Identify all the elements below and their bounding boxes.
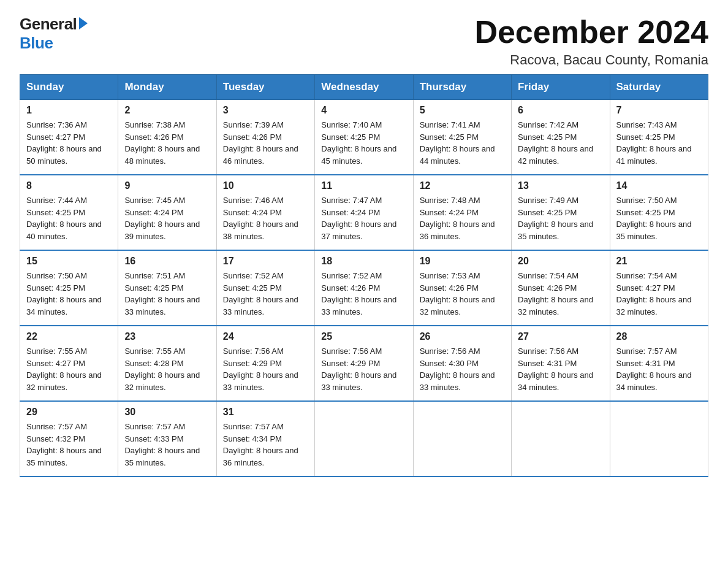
calendar-cell: 21 Sunrise: 7:54 AM Sunset: 4:27 PM Dayl… (610, 250, 708, 326)
day-info: Sunrise: 7:53 AM Sunset: 4:26 PM Dayligh… (420, 270, 505, 318)
calendar-cell: 22 Sunrise: 7:55 AM Sunset: 4:27 PM Dayl… (20, 326, 118, 401)
sunset-label: Sunset: 4:30 PM (420, 359, 479, 368)
location-title: Racova, Bacau County, Romania (474, 52, 708, 68)
calendar-cell: 31 Sunrise: 7:57 AM Sunset: 4:34 PM Dayl… (216, 401, 314, 477)
calendar-cell: 3 Sunrise: 7:39 AM Sunset: 4:26 PM Dayli… (216, 100, 314, 175)
sunrise-label: Sunrise: 7:45 AM (124, 196, 185, 205)
day-info: Sunrise: 7:48 AM Sunset: 4:24 PM Dayligh… (420, 194, 505, 242)
calendar-cell: 17 Sunrise: 7:52 AM Sunset: 4:25 PM Dayl… (216, 250, 314, 326)
day-info: Sunrise: 7:57 AM Sunset: 4:33 PM Dayligh… (124, 421, 210, 469)
sunrise-label: Sunrise: 7:53 AM (420, 271, 480, 280)
column-header-saturday: Saturday (610, 75, 708, 100)
sunset-label: Sunset: 4:25 PM (518, 132, 577, 142)
day-number: 25 (321, 331, 406, 342)
day-number: 24 (223, 331, 308, 342)
day-number: 15 (26, 256, 112, 267)
calendar-cell: 6 Sunrise: 7:42 AM Sunset: 4:25 PM Dayli… (512, 100, 610, 175)
daylight-label: Daylight: 8 hours and 36 minutes. (223, 446, 298, 467)
daylight-label: Daylight: 8 hours and 34 minutes. (518, 370, 593, 392)
column-header-thursday: Thursday (413, 75, 511, 100)
daylight-label: Daylight: 8 hours and 35 minutes. (26, 446, 102, 467)
daylight-label: Daylight: 8 hours and 33 minutes. (124, 295, 200, 316)
day-number: 14 (616, 180, 702, 191)
sunset-label: Sunset: 4:25 PM (26, 283, 85, 293)
calendar-header-row: SundayMondayTuesdayWednesdayThursdayFrid… (20, 75, 708, 100)
sunset-label: Sunset: 4:24 PM (321, 208, 380, 217)
day-number: 6 (518, 105, 603, 116)
calendar-cell: 9 Sunrise: 7:45 AM Sunset: 4:24 PM Dayli… (118, 175, 216, 250)
day-info: Sunrise: 7:54 AM Sunset: 4:27 PM Dayligh… (616, 270, 702, 318)
sunset-label: Sunset: 4:25 PM (518, 208, 577, 217)
sunrise-label: Sunrise: 7:57 AM (26, 422, 87, 431)
day-number: 29 (26, 407, 112, 418)
day-number: 4 (321, 105, 406, 116)
sunset-label: Sunset: 4:27 PM (616, 283, 675, 293)
sunrise-label: Sunrise: 7:46 AM (223, 196, 284, 205)
calendar-cell: 25 Sunrise: 7:56 AM Sunset: 4:29 PM Dayl… (315, 326, 413, 401)
sunset-label: Sunset: 4:26 PM (420, 283, 479, 293)
day-info: Sunrise: 7:55 AM Sunset: 4:27 PM Dayligh… (26, 345, 112, 393)
calendar-cell: 23 Sunrise: 7:55 AM Sunset: 4:28 PM Dayl… (118, 326, 216, 401)
sunrise-label: Sunrise: 7:41 AM (420, 120, 480, 129)
sunrise-label: Sunrise: 7:50 AM (26, 271, 87, 280)
day-number: 11 (321, 180, 406, 191)
day-number: 9 (124, 180, 210, 191)
day-info: Sunrise: 7:39 AM Sunset: 4:26 PM Dayligh… (223, 119, 308, 167)
calendar-cell: 30 Sunrise: 7:57 AM Sunset: 4:33 PM Dayl… (118, 401, 216, 477)
day-number: 31 (223, 407, 308, 418)
sunset-label: Sunset: 4:26 PM (321, 283, 380, 293)
day-info: Sunrise: 7:44 AM Sunset: 4:25 PM Dayligh… (26, 194, 112, 242)
daylight-label: Daylight: 8 hours and 35 minutes. (518, 220, 593, 241)
calendar-cell (610, 401, 708, 477)
calendar-week-row: 22 Sunrise: 7:55 AM Sunset: 4:27 PM Dayl… (20, 326, 708, 401)
day-number: 1 (26, 105, 112, 116)
sunset-label: Sunset: 4:25 PM (321, 132, 380, 142)
sunrise-label: Sunrise: 7:56 AM (223, 347, 284, 356)
calendar-cell: 12 Sunrise: 7:48 AM Sunset: 4:24 PM Dayl… (413, 175, 511, 250)
daylight-label: Daylight: 8 hours and 33 minutes. (223, 370, 298, 392)
daylight-label: Daylight: 8 hours and 35 minutes. (616, 220, 692, 241)
sunset-label: Sunset: 4:31 PM (518, 359, 577, 368)
day-info: Sunrise: 7:45 AM Sunset: 4:24 PM Dayligh… (124, 194, 210, 242)
sunrise-label: Sunrise: 7:57 AM (616, 347, 677, 356)
sunrise-label: Sunrise: 7:49 AM (518, 196, 578, 205)
day-info: Sunrise: 7:57 AM Sunset: 4:31 PM Dayligh… (616, 345, 702, 393)
day-info: Sunrise: 7:54 AM Sunset: 4:26 PM Dayligh… (518, 270, 603, 318)
daylight-label: Daylight: 8 hours and 33 minutes. (420, 370, 495, 392)
daylight-label: Daylight: 8 hours and 44 minutes. (420, 144, 495, 166)
day-number: 5 (420, 105, 505, 116)
daylight-label: Daylight: 8 hours and 35 minutes. (124, 446, 200, 467)
calendar-week-row: 29 Sunrise: 7:57 AM Sunset: 4:32 PM Dayl… (20, 401, 708, 477)
daylight-label: Daylight: 8 hours and 37 minutes. (321, 220, 396, 241)
day-info: Sunrise: 7:57 AM Sunset: 4:32 PM Dayligh… (26, 421, 112, 469)
sunrise-label: Sunrise: 7:43 AM (616, 120, 677, 129)
logo-blue-text: Blue (20, 34, 53, 52)
calendar-cell: 20 Sunrise: 7:54 AM Sunset: 4:26 PM Dayl… (512, 250, 610, 326)
day-info: Sunrise: 7:47 AM Sunset: 4:24 PM Dayligh… (321, 194, 406, 242)
sunset-label: Sunset: 4:25 PM (124, 283, 183, 293)
calendar-cell: 19 Sunrise: 7:53 AM Sunset: 4:26 PM Dayl… (413, 250, 511, 326)
sunrise-label: Sunrise: 7:52 AM (321, 271, 382, 280)
day-number: 23 (124, 331, 210, 342)
calendar-week-row: 8 Sunrise: 7:44 AM Sunset: 4:25 PM Dayli… (20, 175, 708, 250)
sunrise-label: Sunrise: 7:48 AM (420, 196, 480, 205)
calendar-cell: 5 Sunrise: 7:41 AM Sunset: 4:25 PM Dayli… (413, 100, 511, 175)
calendar-cell (512, 401, 610, 477)
day-number: 2 (124, 105, 210, 116)
daylight-label: Daylight: 8 hours and 42 minutes. (518, 144, 593, 166)
daylight-label: Daylight: 8 hours and 32 minutes. (26, 370, 102, 392)
sunrise-label: Sunrise: 7:40 AM (321, 120, 382, 129)
day-info: Sunrise: 7:41 AM Sunset: 4:25 PM Dayligh… (420, 119, 505, 167)
title-block: December 2024 Racova, Bacau County, Roma… (474, 15, 708, 68)
day-number: 28 (616, 331, 702, 342)
daylight-label: Daylight: 8 hours and 32 minutes. (124, 370, 200, 392)
sunrise-label: Sunrise: 7:55 AM (124, 347, 185, 356)
daylight-label: Daylight: 8 hours and 36 minutes. (420, 220, 495, 241)
sunrise-label: Sunrise: 7:57 AM (223, 422, 284, 431)
day-info: Sunrise: 7:56 AM Sunset: 4:29 PM Dayligh… (223, 345, 308, 393)
sunrise-label: Sunrise: 7:44 AM (26, 196, 87, 205)
daylight-label: Daylight: 8 hours and 46 minutes. (223, 144, 298, 166)
daylight-label: Daylight: 8 hours and 34 minutes. (616, 370, 692, 392)
daylight-label: Daylight: 8 hours and 32 minutes. (518, 295, 593, 316)
day-number: 7 (616, 105, 702, 116)
